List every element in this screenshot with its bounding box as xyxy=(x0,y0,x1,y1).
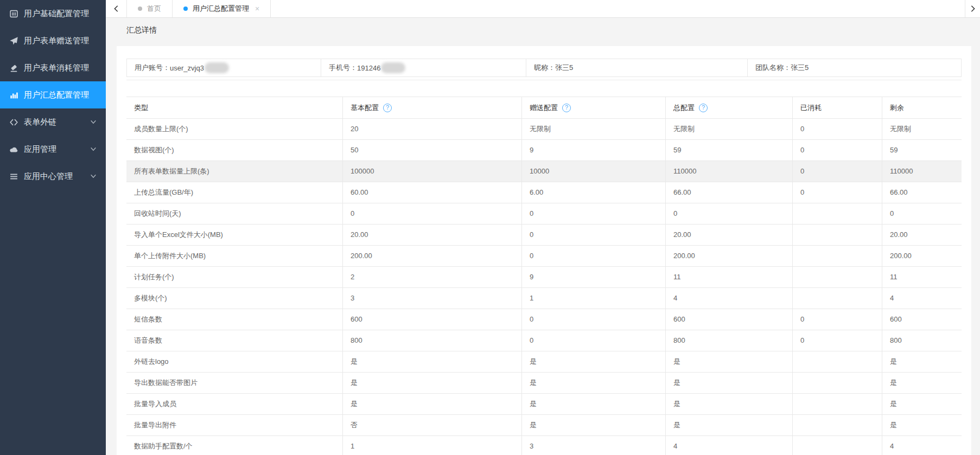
chevron-down-icon xyxy=(90,172,97,180)
sidebar-item-label: 用户表单赠送管理 xyxy=(24,36,97,46)
cell-consumed xyxy=(793,373,882,393)
cell-basic: 200.00 xyxy=(343,246,522,266)
table-header-row: 类型基本配置?赠送配置?总配置?已消耗剩余 xyxy=(126,97,962,119)
tab-status-dot xyxy=(183,7,188,11)
cell-type: 语音条数 xyxy=(126,330,343,351)
content-area: 汇总详情 用户账号：user_zvjq3手机号：191246昵称：张三5团队名称… xyxy=(106,18,980,455)
table-row[interactable]: 多模块(个)3144 xyxy=(126,288,962,309)
help-icon[interactable]: ? xyxy=(383,104,392,112)
summary-card: 用户账号：user_zvjq3手机号：191246昵称：张三5团队名称：张三5 … xyxy=(117,46,971,455)
chevron-down-icon xyxy=(90,145,97,153)
cell-consumed: 0 xyxy=(793,119,882,139)
close-icon[interactable]: × xyxy=(255,5,259,12)
cell-type: 上传总流量(GB/年) xyxy=(126,182,343,203)
cell-consumed: 0 xyxy=(793,182,882,203)
table-row[interactable]: 导出数据能否带图片是是是是 xyxy=(126,373,962,394)
table-row[interactable]: 外链去logo是是是是 xyxy=(126,351,962,373)
chevron-left-icon xyxy=(112,5,120,12)
cell-basic: 1 xyxy=(343,436,522,455)
table-row[interactable]: 成员数量上限(个)20无限制无限制0无限制 xyxy=(126,119,962,140)
cell-remaining: 无限制 xyxy=(882,119,962,139)
sidebar-item-4[interactable]: 用户汇总配置管理 xyxy=(0,81,106,108)
sidebar-item-1[interactable]: 用户基础配置管理 xyxy=(0,0,106,27)
cell-remaining: 59 xyxy=(882,140,962,161)
table-row[interactable]: 计划任务(个)291111 xyxy=(126,267,962,288)
cell-total: 4 xyxy=(666,288,793,309)
help-icon[interactable]: ? xyxy=(699,104,708,112)
main-area: 首页用户汇总配置管理× 汇总详情 用户账号：user_zvjq3手机号：1912… xyxy=(106,0,980,455)
tabs-scroll-left-button[interactable] xyxy=(106,0,127,17)
chevron-down-icon xyxy=(90,118,97,126)
column-header-consumed: 已消耗 xyxy=(793,97,882,118)
grid-icon xyxy=(9,9,18,18)
cell-total: 11 xyxy=(666,267,793,287)
cell-total: 是 xyxy=(666,394,793,414)
cell-type: 批量导入成员 xyxy=(126,394,343,414)
chevron-right-icon xyxy=(969,5,977,12)
table-row[interactable]: 数据视图(个)50959059 xyxy=(126,140,962,161)
cell-basic: 0 xyxy=(343,203,522,224)
sidebar-item-6[interactable]: 应用管理 xyxy=(0,136,106,163)
cell-consumed xyxy=(793,267,882,287)
tabbar-spacer xyxy=(271,0,965,17)
cell-total: 600 xyxy=(666,309,793,330)
cell-total: 0 xyxy=(666,203,793,224)
tab-status-dot xyxy=(138,7,142,11)
cell-type: 导入单个Excel文件大小(MB) xyxy=(126,225,343,245)
table-row[interactable]: 批量导入成员是是是是 xyxy=(126,394,962,415)
cell-remaining: 4 xyxy=(882,436,962,455)
info-value: 191246 xyxy=(357,64,380,72)
cell-gift: 是 xyxy=(522,373,666,393)
sidebar-item-label: 用户基础配置管理 xyxy=(24,9,97,19)
table-row[interactable]: 单个上传附件大小(MB)200.000200.00200.00 xyxy=(126,246,962,267)
cell-type: 数据视图(个) xyxy=(126,140,343,161)
cell-remaining: 是 xyxy=(882,394,962,414)
sidebar-item-7[interactable]: 应用中心管理 xyxy=(0,163,106,190)
cell-gift: 0 xyxy=(522,246,666,266)
sidebar-item-label: 表单外链 xyxy=(24,117,90,127)
cell-total: 200.00 xyxy=(666,246,793,266)
sidebar: 用户基础配置管理用户表单赠送管理用户表单消耗管理用户汇总配置管理表单外链应用管理… xyxy=(0,0,106,455)
cell-remaining: 800 xyxy=(882,330,962,351)
cell-total: 110000 xyxy=(666,161,793,182)
table-row[interactable]: 数据助手配置数/个1344 xyxy=(126,436,962,455)
cell-basic: 60.00 xyxy=(343,182,522,203)
sidebar-item-5[interactable]: 表单外链 xyxy=(0,108,106,136)
sidebar-item-3[interactable]: 用户表单消耗管理 xyxy=(0,54,106,81)
section-divider xyxy=(126,80,962,80)
cell-gift: 0 xyxy=(522,203,666,224)
cell-type: 计划任务(个) xyxy=(126,267,343,287)
table-row[interactable]: 回收站时间(天)0000 xyxy=(126,203,962,225)
help-icon[interactable]: ? xyxy=(562,104,571,112)
tabs-scroll-right-button[interactable] xyxy=(965,0,980,17)
table-row[interactable]: 语音条数80008000800 xyxy=(126,330,962,351)
cell-gift: 1 xyxy=(522,288,666,309)
table-row[interactable]: 所有表单数据量上限(条)100000100001100000110000 xyxy=(126,161,962,182)
cell-consumed: 0 xyxy=(793,161,882,182)
table-row[interactable]: 短信条数60006000600 xyxy=(126,309,962,330)
user-info-bar: 用户账号：user_zvjq3手机号：191246昵称：张三5团队名称：张三5 xyxy=(126,59,962,77)
info-label: 用户账号： xyxy=(135,63,170,73)
cell-consumed xyxy=(793,225,882,245)
redacted-blur xyxy=(381,62,405,73)
table-row[interactable]: 导入单个Excel文件大小(MB)20.00020.0020.00 xyxy=(126,225,962,246)
cell-basic: 20 xyxy=(343,119,522,139)
cell-basic: 是 xyxy=(343,351,522,372)
cell-basic: 否 xyxy=(343,415,522,435)
cell-type: 短信条数 xyxy=(126,309,343,330)
table-row[interactable]: 批量导出附件否是是是 xyxy=(126,415,962,436)
sidebar-item-label: 应用管理 xyxy=(24,144,90,155)
cell-consumed xyxy=(793,394,882,414)
tab-2[interactable]: 用户汇总配置管理× xyxy=(173,0,271,17)
cell-basic: 2 xyxy=(343,267,522,287)
tab-1[interactable]: 首页 xyxy=(127,0,173,17)
cell-consumed xyxy=(793,415,882,435)
table-row[interactable]: 上传总流量(GB/年)60.006.0066.00066.00 xyxy=(126,182,962,203)
cell-total: 59 xyxy=(666,140,793,161)
cell-remaining: 600 xyxy=(882,309,962,330)
cell-type: 批量导出附件 xyxy=(126,415,343,435)
link-icon xyxy=(9,118,18,127)
sidebar-item-2[interactable]: 用户表单赠送管理 xyxy=(0,27,106,54)
tab-label: 用户汇总配置管理 xyxy=(193,4,249,14)
cell-total: 4 xyxy=(666,436,793,455)
